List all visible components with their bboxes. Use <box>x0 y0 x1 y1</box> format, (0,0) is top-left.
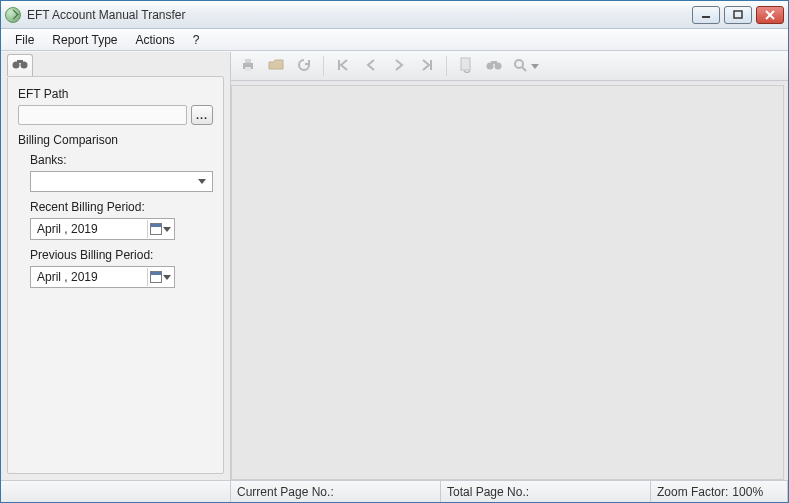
first-page-button[interactable] <box>332 55 354 77</box>
recent-billing-value: April , 2019 <box>37 222 98 236</box>
close-button[interactable] <box>756 6 784 24</box>
menu-help[interactable]: ? <box>185 31 208 49</box>
report-toolbar <box>231 52 788 81</box>
minimize-icon <box>701 11 711 19</box>
open-folder-icon <box>268 58 284 75</box>
export-button[interactable] <box>455 55 477 77</box>
svg-rect-13 <box>491 61 497 64</box>
svg-rect-10 <box>461 58 470 70</box>
banks-combo[interactable] <box>30 171 213 192</box>
menubar: File Report Type Actions ? <box>1 29 788 51</box>
recent-billing-dropdown[interactable] <box>147 220 173 238</box>
calendar-icon <box>150 271 162 283</box>
maximize-icon <box>733 10 743 20</box>
next-page-icon <box>394 59 404 74</box>
last-page-icon <box>421 59 433 74</box>
statusbar-left-pad <box>1 481 231 502</box>
first-page-icon <box>337 59 349 74</box>
svg-rect-1 <box>734 11 742 18</box>
last-page-button[interactable] <box>416 55 438 77</box>
billing-comparison-label: Billing Comparison <box>18 133 213 147</box>
menu-file[interactable]: File <box>7 31 42 49</box>
status-zoom-value: 100% <box>732 485 763 499</box>
prev-page-icon <box>366 59 376 74</box>
print-icon <box>240 57 256 76</box>
previous-billing-dropdown[interactable] <box>147 268 173 286</box>
banks-label: Banks: <box>30 153 213 167</box>
titlebar: EFT Account Manual Transfer <box>1 1 788 29</box>
binoculars-icon <box>12 58 28 73</box>
svg-line-15 <box>522 67 526 71</box>
toolbar-separator <box>446 56 447 76</box>
export-icon <box>459 57 473 76</box>
window-controls <box>692 6 784 24</box>
report-area <box>231 52 788 480</box>
calendar-icon <box>150 223 162 235</box>
close-icon <box>765 10 775 20</box>
eft-path-label: EFT Path <box>18 87 213 101</box>
report-viewer[interactable] <box>231 85 784 480</box>
print-button[interactable] <box>237 55 259 77</box>
sidebar-tab-search[interactable] <box>7 54 33 76</box>
minimize-button[interactable] <box>692 6 720 24</box>
find-button[interactable] <box>483 55 505 77</box>
next-page-button[interactable] <box>388 55 410 77</box>
maximize-button[interactable] <box>724 6 752 24</box>
status-zoom-label: Zoom Factor: <box>657 485 728 499</box>
svg-rect-8 <box>245 59 251 63</box>
sidebar: EFT Path ... Billing Comparison Banks: <box>1 52 231 480</box>
eft-path-field[interactable] <box>18 105 187 125</box>
window-title: EFT Account Manual Transfer <box>27 8 186 22</box>
refresh-icon <box>296 57 312 76</box>
recent-billing-picker[interactable]: April , 2019 <box>30 218 175 240</box>
statusbar: Current Page No.: Total Page No.: Zoom F… <box>1 480 788 502</box>
svg-rect-6 <box>17 60 23 63</box>
menu-actions[interactable]: Actions <box>128 31 183 49</box>
chevron-down-icon <box>194 174 210 189</box>
app-icon <box>5 7 21 23</box>
prev-page-button[interactable] <box>360 55 382 77</box>
previous-billing-picker[interactable]: April , 2019 <box>30 266 175 288</box>
app-window: EFT Account Manual Transfer <box>0 0 789 503</box>
status-current-page-label: Current Page No.: <box>237 485 334 499</box>
status-current-page: Current Page No.: <box>231 481 441 502</box>
sidebar-tabstrip <box>1 52 230 76</box>
recent-billing-label: Recent Billing Period: <box>30 200 213 214</box>
toolbar-separator <box>323 56 324 76</box>
zoom-icon <box>513 58 529 75</box>
status-total-page-label: Total Page No.: <box>447 485 529 499</box>
sidebar-panel: EFT Path ... Billing Comparison Banks: <box>7 76 224 474</box>
status-zoom: Zoom Factor: 100% <box>651 481 788 502</box>
open-button[interactable] <box>265 55 287 77</box>
binoculars-icon <box>486 59 502 74</box>
client-area: EFT Path ... Billing Comparison Banks: <box>1 51 788 480</box>
previous-billing-label: Previous Billing Period: <box>30 248 213 262</box>
menu-report-type[interactable]: Report Type <box>44 31 125 49</box>
svg-rect-9 <box>245 67 251 71</box>
refresh-button[interactable] <box>293 55 315 77</box>
zoom-button[interactable] <box>511 55 541 77</box>
chevron-down-icon <box>531 64 539 69</box>
chevron-down-icon <box>163 227 171 232</box>
browse-button[interactable]: ... <box>191 105 213 125</box>
previous-billing-value: April , 2019 <box>37 270 98 284</box>
status-total-page: Total Page No.: <box>441 481 651 502</box>
svg-point-14 <box>515 60 523 68</box>
chevron-down-icon <box>163 275 171 280</box>
